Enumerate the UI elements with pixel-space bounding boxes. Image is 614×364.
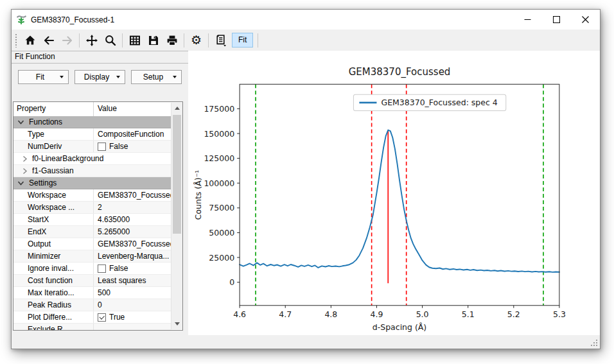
function-group-row[interactable]: f1-Gaussian: [13, 165, 171, 177]
y-tick-label: 175000: [204, 104, 234, 114]
property-value-cell[interactable]: 4.635000: [94, 215, 171, 224]
property-row[interactable]: Peak Radius0: [13, 299, 171, 311]
desktop: { "window": { "title": "GEM38370_Focusse…: [0, 0, 614, 364]
property-row[interactable]: Max Iteratio...500: [13, 287, 171, 299]
property-value-text: Levenberg-Marqua...: [98, 252, 169, 261]
property-value-cell[interactable]: CompositeFunction: [94, 130, 171, 139]
script-button[interactable]: [212, 31, 229, 49]
property-value-text: 0: [98, 300, 102, 309]
property-row[interactable]: EndX5.265000: [13, 226, 171, 238]
scroll-up-button[interactable]: [171, 103, 182, 114]
grid-icon: [128, 34, 141, 47]
forward-arrow-icon: [61, 34, 74, 47]
property-value-cell[interactable]: Levenberg-Marqua...: [94, 252, 171, 261]
status-bar: [12, 335, 600, 349]
fit-dropdown-button[interactable]: Fit: [18, 70, 69, 84]
property-value-cell[interactable]: Least squares: [94, 276, 171, 285]
property-name-cell: NumDeriv: [13, 141, 94, 152]
save-button[interactable]: [145, 31, 162, 49]
home-button[interactable]: [21, 31, 39, 49]
property-value-text: 4.635000: [98, 215, 130, 224]
fit-toggle-button[interactable]: Fit: [232, 33, 253, 48]
property-value-text: Least squares: [98, 276, 146, 285]
property-value-text: False: [109, 142, 128, 151]
x-tick-label: 5.1: [462, 309, 475, 319]
checkbox-unchecked[interactable]: [98, 143, 106, 151]
property-row[interactable]: MinimizerLevenberg-Marqua...: [13, 250, 171, 263]
dock-title[interactable]: Fit Function: [12, 51, 188, 64]
pan-icon: [85, 34, 98, 47]
property-row[interactable]: Ignore inval...False: [13, 263, 171, 275]
display-dropdown-button[interactable]: Display: [75, 70, 125, 84]
property-name-cell: Exclude R...: [13, 324, 94, 330]
toolbar-separator: [208, 33, 209, 48]
plot-canvas[interactable]: 4.64.74.84.95.05.15.25.30250005000075000…: [188, 51, 600, 335]
script-icon: [214, 33, 227, 47]
plot-curve: [240, 130, 559, 272]
x-tick-label: 4.9: [371, 309, 383, 319]
setup-dropdown-button[interactable]: Setup: [131, 70, 182, 84]
property-value-cell[interactable]: 5.265000: [94, 227, 171, 236]
table-scrollbar[interactable]: [171, 103, 182, 329]
property-name-cell: Workspace: [13, 189, 94, 201]
property-row[interactable]: Plot Differe...True: [13, 311, 171, 324]
fit-browser-buttons: Fit Display Setup: [12, 64, 188, 84]
property-row[interactable]: Workspace ...2: [13, 202, 171, 214]
resize-grip[interactable]: [590, 338, 597, 346]
property-value-cell[interactable]: GEM38370_Focussed: [94, 191, 171, 200]
chevron-down-icon: [17, 180, 24, 186]
forward-button[interactable]: [58, 31, 76, 49]
scroll-down-button[interactable]: [171, 318, 182, 329]
property-name-cell: Workspace ...: [13, 202, 94, 213]
function-group-row[interactable]: f0-LinearBackground: [13, 153, 171, 165]
printer-icon: [166, 34, 179, 47]
property-name-cell: EndX: [13, 226, 94, 238]
zoom-button[interactable]: [101, 31, 119, 49]
property-row[interactable]: NumDerivFalse: [13, 141, 171, 153]
property-value-text: True: [109, 313, 125, 322]
y-axis-label: Counts (Å)⁻¹: [193, 170, 203, 220]
property-row[interactable]: WorkspaceGEM38370_Focussed: [13, 189, 171, 202]
y-tick-label: 150000: [204, 128, 234, 138]
mantid-app-icon: [16, 14, 27, 25]
property-row[interactable]: OutputGEM38370_Focussed: [13, 238, 171, 250]
property-table-header: Property Value: [13, 102, 182, 117]
property-value-cell[interactable]: False: [94, 264, 171, 273]
x-tick-label: 4.6: [233, 309, 246, 319]
property-value-cell[interactable]: 2: [94, 203, 171, 212]
minimize-button[interactable]: [513, 10, 542, 30]
toolbar-drag-handle[interactable]: [15, 33, 17, 48]
close-button[interactable]: [571, 10, 600, 30]
property-row[interactable]: Exclude R...: [13, 324, 171, 330]
section-row[interactable]: Settings: [13, 177, 171, 189]
property-value-cell[interactable]: True: [94, 313, 171, 322]
property-row[interactable]: StartX4.635000: [13, 214, 171, 226]
property-table: Property Value FunctionsTypeCompositeFun…: [13, 101, 183, 331]
property-value-cell[interactable]: False: [94, 142, 171, 151]
maximize-icon: [553, 16, 560, 23]
checkbox-checked[interactable]: [98, 313, 106, 322]
maximize-button[interactable]: [542, 10, 571, 30]
pan-button[interactable]: [83, 31, 100, 49]
gear-icon: ⚙: [191, 34, 202, 46]
property-rows: FunctionsTypeCompositeFunctionNumDerivFa…: [13, 116, 171, 330]
scrollbar-thumb[interactable]: [173, 115, 181, 234]
back-button[interactable]: [40, 31, 57, 49]
options-button[interactable]: ⚙: [188, 31, 205, 49]
checkbox-unchecked[interactable]: [98, 264, 106, 273]
property-value-cell[interactable]: GEM38370_Focussed: [94, 239, 171, 248]
title-bar[interactable]: GEM38370_Focussed-1: [12, 10, 600, 30]
chevron-right-icon: [22, 168, 28, 175]
property-row[interactable]: Cost functionLeast squares: [13, 275, 171, 287]
section-row[interactable]: Functions: [13, 116, 171, 128]
property-name-cell: Plot Differe...: [13, 311, 94, 323]
property-row[interactable]: TypeCompositeFunction: [13, 128, 171, 141]
x-tick-label: 4.8: [324, 309, 337, 319]
property-value-cell[interactable]: 500: [94, 288, 171, 297]
x-tick-label: 5.0: [416, 309, 429, 319]
print-button[interactable]: [163, 31, 180, 49]
property-value-cell[interactable]: 0: [94, 300, 171, 309]
function-group-label: f0-LinearBackground: [32, 154, 103, 163]
legend-label: GEM38370_Focussed: spec 4: [381, 98, 497, 107]
grid-button[interactable]: [126, 31, 143, 49]
